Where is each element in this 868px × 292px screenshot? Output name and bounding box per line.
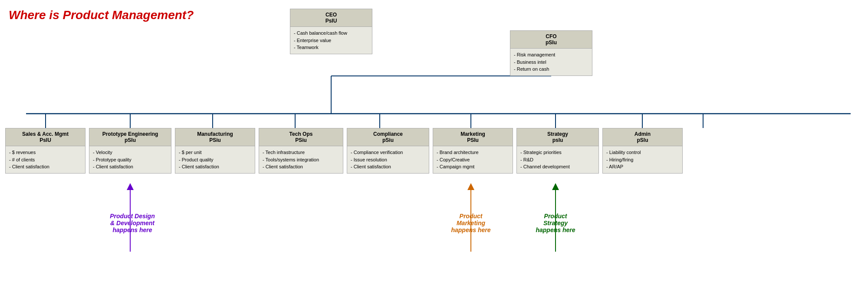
dept-box-5: Marketing PSIu - Brand architecture - Co… <box>433 128 513 174</box>
dept-title-1: Prototype Engineering <box>91 131 169 137</box>
dept-metric-2-2: - Client satisfaction <box>179 163 251 171</box>
dept-metric-5-2: - Campaign mgmt <box>437 163 509 171</box>
cfo-body: - Risk management - Business intel - Ret… <box>510 49 592 75</box>
dept-header-4: Compliance pSiu <box>347 128 429 146</box>
dept-box-2: Manufacturing PSiu - $ per unit - Produc… <box>175 128 255 174</box>
dept-metric-2-0: - $ per unit <box>179 149 251 156</box>
dept-metric-6-0: - Strategic priorities <box>520 149 595 156</box>
dept-subtitle-4: pSiu <box>349 137 427 143</box>
dept-header-2: Manufacturing PSiu <box>175 128 255 146</box>
dept-body-6: - Strategic priorities - R&D - Channel d… <box>517 146 598 173</box>
dept-metric-4-2: - Client satisfaction <box>351 163 425 171</box>
dept-box-6: Strategy psIu - Strategic priorities - R… <box>516 128 599 174</box>
cfo-box: CFO pSIu - Risk management - Business in… <box>510 30 592 76</box>
dept-metric-3-2: - Client satisfaction <box>263 163 339 171</box>
ceo-body: - Cash balance/cash flow - Enterprise va… <box>290 27 372 54</box>
annotation-product-strategy: ProductStrategyhappens here <box>519 213 592 233</box>
dept-metric-6-1: - R&D <box>520 156 595 164</box>
dept-title-6: Strategy <box>519 131 597 137</box>
dept-metric-2-1: - Product quality <box>179 156 251 164</box>
dept-subtitle-7: pSIu <box>605 137 681 143</box>
cfo-subtitle: pSIu <box>512 39 590 46</box>
annotation-product-marketing: ProductMarketinghappens here <box>434 213 508 233</box>
dept-title-0: Sales & Acc. Mgmt <box>7 131 83 137</box>
dept-box-7: Admin pSIu - Liability control - Hiring/… <box>602 128 683 174</box>
ceo-header: CEO PsIU <box>290 9 372 27</box>
dept-title-4: Compliance <box>349 131 427 137</box>
dept-body-2: - $ per unit - Product quality - Client … <box>175 146 255 173</box>
ceo-metric-2: - Enterprise value <box>294 37 368 44</box>
dept-body-1: - Velocity - Prototype quality - Client … <box>89 146 171 173</box>
dept-body-0: - $ revenues - # of clients - Client sat… <box>6 146 85 173</box>
dept-subtitle-5: PSIu <box>435 137 511 143</box>
ceo-subtitle: PsIU <box>292 18 370 24</box>
dept-header-5: Marketing PSIu <box>433 128 513 146</box>
dept-title-3: Tech Ops <box>261 131 341 137</box>
dept-metric-5-0: - Brand architecture <box>437 149 509 156</box>
dept-metric-7-2: - AR/AP <box>606 163 679 171</box>
dept-box-1: Prototype Engineering pSIu - Velocity - … <box>89 128 171 174</box>
dept-body-4: - Compliance verification - Issue resolu… <box>347 146 429 173</box>
dept-title-5: Marketing <box>435 131 511 137</box>
dept-subtitle-1: pSIu <box>91 137 169 143</box>
ceo-metric-1: - Cash balance/cash flow <box>294 30 368 37</box>
dept-metric-0-0: - $ revenues <box>9 149 82 156</box>
dept-header-0: Sales & Acc. Mgmt PsIU <box>6 128 85 146</box>
dept-header-7: Admin pSIu <box>603 128 682 146</box>
cfo-metric-2: - Business intel <box>514 59 589 66</box>
cfo-title: CFO <box>512 33 590 39</box>
dept-box-4: Compliance pSiu - Compliance verificatio… <box>347 128 429 174</box>
dept-metric-0-1: - # of clients <box>9 156 82 164</box>
dept-header-3: Tech Ops PSiu <box>259 128 343 146</box>
dept-metric-3-0: - Tech infrastructure <box>263 149 339 156</box>
cfo-header: CFO pSIu <box>510 31 592 49</box>
dept-subtitle-3: PSiu <box>261 137 341 143</box>
ceo-metric-3: - Teamwork <box>294 44 368 51</box>
dept-metric-6-2: - Channel development <box>520 163 595 171</box>
dept-body-5: - Brand architecture - Copy/Creative - C… <box>433 146 513 173</box>
cfo-metric-3: - Return on cash <box>514 66 589 73</box>
dept-metric-1-1: - Prototype quality <box>93 156 168 164</box>
dept-subtitle-6: psIu <box>519 137 597 143</box>
ceo-box: CEO PsIU - Cash balance/cash flow - Ente… <box>290 9 372 54</box>
dept-metric-7-1: - Hiring/firing <box>606 156 679 164</box>
dept-header-1: Prototype Engineering pSIu <box>89 128 171 146</box>
dept-box-0: Sales & Acc. Mgmt PsIU - $ revenues - # … <box>5 128 85 174</box>
dept-metric-3-1: - Tools/systems integration <box>263 156 339 164</box>
annotation-product-design: Product Design& Developmenthappens here <box>95 213 169 233</box>
dept-metric-4-0: - Compliance verification <box>351 149 425 156</box>
dept-metric-1-0: - Velocity <box>93 149 168 156</box>
dept-title-2: Manufacturing <box>177 131 253 137</box>
dept-metric-4-1: - Issue resolution <box>351 156 425 164</box>
dept-metric-0-2: - Client satisfaction <box>9 163 82 171</box>
dept-metric-7-0: - Liability control <box>606 149 679 156</box>
dept-metric-5-1: - Copy/Creative <box>437 156 509 164</box>
dept-header-6: Strategy psIu <box>517 128 598 146</box>
dept-subtitle-2: PSiu <box>177 137 253 143</box>
dept-body-7: - Liability control - Hiring/firing - AR… <box>603 146 682 173</box>
dept-title-7: Admin <box>605 131 681 137</box>
dept-metric-1-2: - Client satisfaction <box>93 163 168 171</box>
dept-body-3: - Tech infrastructure - Tools/systems in… <box>259 146 343 173</box>
dept-subtitle-0: PsIU <box>7 137 83 143</box>
ceo-title: CEO <box>292 12 370 18</box>
page-title: Where is Product Management? <box>9 8 194 23</box>
cfo-metric-1: - Risk management <box>514 51 589 59</box>
dept-box-3: Tech Ops PSiu - Tech infrastructure - To… <box>259 128 343 174</box>
